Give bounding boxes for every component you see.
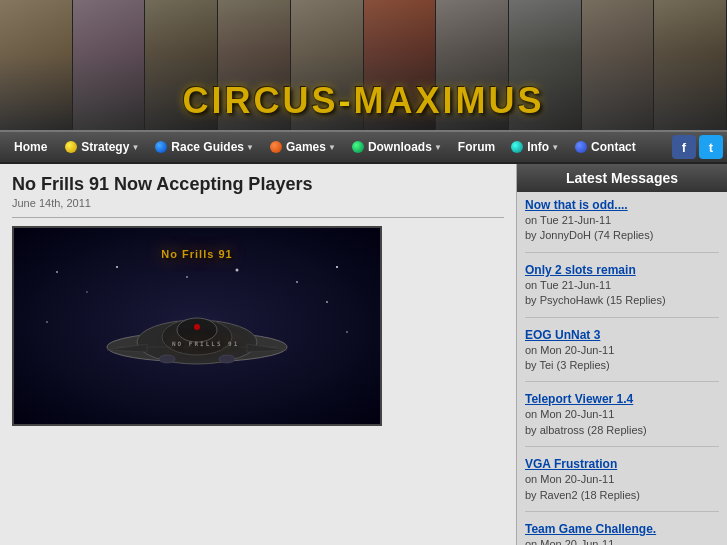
message-item-1: Now that is odd.... on Tue 21-Jun-11 by … xyxy=(525,198,719,253)
svg-point-15 xyxy=(159,355,175,363)
header-face-2 xyxy=(73,0,146,130)
downloads-arrow: ▼ xyxy=(434,143,442,152)
nav-contact[interactable]: Contact xyxy=(567,132,644,162)
message-meta-3: on Mon 20-Jun-11 by Tei (3 Replies) xyxy=(525,343,719,374)
strategy-arrow: ▼ xyxy=(131,143,139,152)
message-meta-1: on Tue 21-Jun-11 by JonnyDoH (74 Replies… xyxy=(525,213,719,244)
message-link-2[interactable]: Only 2 slots remain xyxy=(525,263,719,277)
site-logo: CIRCUS-MAXIMUS xyxy=(182,80,544,122)
svg-point-2 xyxy=(186,276,188,278)
svg-point-5 xyxy=(336,266,338,268)
twitter-button[interactable]: t xyxy=(699,135,723,159)
social-links: f t xyxy=(669,135,723,159)
games-arrow: ▼ xyxy=(328,143,336,152)
nav-race-guides[interactable]: Race Guides ▼ xyxy=(147,132,262,162)
article-date: June 14th, 2011 xyxy=(12,197,504,209)
nav-home[interactable]: Home xyxy=(4,132,57,162)
svg-point-3 xyxy=(236,269,239,272)
strategy-dot xyxy=(65,141,77,153)
message-item-4: Teleport Viewer 1.4 on Mon 20-Jun-11 by … xyxy=(525,392,719,447)
article-title: No Frills 91 Now Accepting Players xyxy=(12,174,504,195)
article-image: No Frills 91 xyxy=(12,226,382,426)
downloads-dot xyxy=(352,141,364,153)
message-item-6: Team Game Challenge. on Mon 20-Jun-11 by… xyxy=(525,522,719,545)
info-dot xyxy=(511,141,523,153)
facebook-button[interactable]: f xyxy=(672,135,696,159)
message-meta-2: on Tue 21-Jun-11 by PsychoHawk (15 Repli… xyxy=(525,278,719,309)
message-item-2: Only 2 slots remain on Tue 21-Jun-11 by … xyxy=(525,263,719,318)
message-meta-4: on Mon 20-Jun-11 by albatross (28 Replie… xyxy=(525,407,719,438)
main-nav: Home Strategy ▼ Race Guides ▼ Games ▼ Do… xyxy=(0,130,727,164)
svg-point-14 xyxy=(194,324,200,330)
message-meta-6: on Mon 20-Jun-11 by Fexer (14 Replies) xyxy=(525,537,719,545)
svg-text:NO FRILLS 91: NO FRILLS 91 xyxy=(172,340,239,347)
sidebar-content: Now that is odd.... on Tue 21-Jun-11 by … xyxy=(517,192,727,545)
message-item-3: EOG UnNat 3 on Mon 20-Jun-11 by Tei (3 R… xyxy=(525,328,719,383)
svg-point-0 xyxy=(56,271,58,273)
svg-point-7 xyxy=(326,301,328,303)
nav-forum[interactable]: Forum xyxy=(450,132,503,162)
nav-strategy[interactable]: Strategy ▼ xyxy=(57,132,147,162)
main-content: No Frills 91 Now Accepting Players June … xyxy=(0,164,517,545)
article-divider xyxy=(12,217,504,218)
nav-info[interactable]: Info ▼ xyxy=(503,132,567,162)
message-link-1[interactable]: Now that is odd.... xyxy=(525,198,719,212)
svg-point-4 xyxy=(296,281,298,283)
header-face-10 xyxy=(654,0,727,130)
message-link-4[interactable]: Teleport Viewer 1.4 xyxy=(525,392,719,406)
sidebar: Latest Messages Now that is odd.... on T… xyxy=(517,164,727,545)
site-header: CIRCUS-MAXIMUS xyxy=(0,0,727,130)
message-link-3[interactable]: EOG UnNat 3 xyxy=(525,328,719,342)
contact-dot xyxy=(575,141,587,153)
message-link-5[interactable]: VGA Frustration xyxy=(525,457,719,471)
message-meta-5: on Mon 20-Jun-11 by Raven2 (18 Replies) xyxy=(525,472,719,503)
race-guides-dot xyxy=(155,141,167,153)
nav-downloads[interactable]: Downloads ▼ xyxy=(344,132,450,162)
svg-point-6 xyxy=(86,291,88,293)
game-image-title: No Frills 91 xyxy=(37,248,357,398)
svg-point-1 xyxy=(116,266,118,268)
info-arrow: ▼ xyxy=(551,143,559,152)
game-image-bg: No Frills 91 xyxy=(14,228,380,424)
svg-point-8 xyxy=(46,321,48,323)
message-link-6[interactable]: Team Game Challenge. xyxy=(525,522,719,536)
sidebar-header: Latest Messages xyxy=(517,164,727,192)
message-item-5: VGA Frustration on Mon 20-Jun-11 by Rave… xyxy=(525,457,719,512)
games-dot xyxy=(270,141,282,153)
race-guides-arrow: ▼ xyxy=(246,143,254,152)
header-face-1 xyxy=(0,0,73,130)
header-face-9 xyxy=(582,0,655,130)
svg-point-9 xyxy=(346,331,348,333)
spaceship-svg: NO FRILLS 91 xyxy=(37,262,357,392)
svg-point-16 xyxy=(219,355,235,363)
nav-games[interactable]: Games ▼ xyxy=(262,132,344,162)
content-wrapper: No Frills 91 Now Accepting Players June … xyxy=(0,164,727,545)
